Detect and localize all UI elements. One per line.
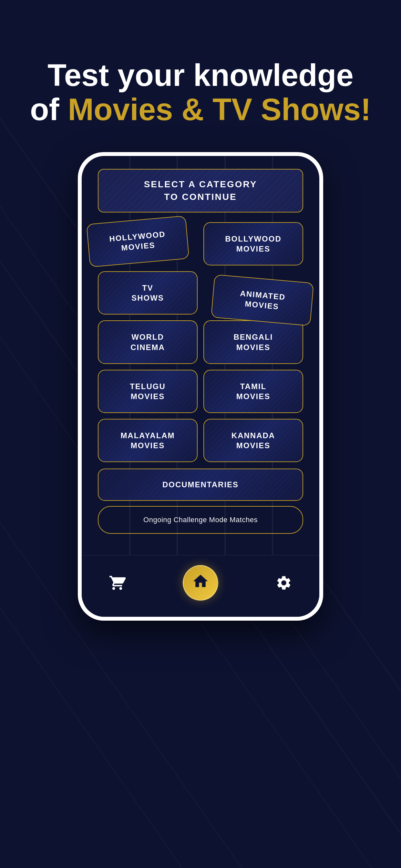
category-bengali-button[interactable]: BENGALIMOVIES	[204, 320, 303, 364]
bottom-navigation	[82, 555, 319, 617]
category-tamil-button[interactable]: TAMILMOVIES	[204, 370, 303, 413]
category-documentaries-label: DOCUMENTARIES	[105, 480, 296, 489]
category-tamil-label: TAMILMOVIES	[211, 381, 296, 401]
category-bollywood-button[interactable]: BOLLYWOODMOVIES	[204, 222, 303, 266]
phone-inner: SELECT A CATEGORY TO CONTINUE HOLLYWOODM…	[82, 156, 319, 617]
category-tv-shows-label: TVSHOWS	[105, 283, 190, 303]
home-icon	[192, 572, 209, 593]
select-header-wrap: SELECT A CATEGORY TO CONTINUE	[82, 156, 319, 219]
header-title: Test your knowledge of Movies & TV Shows…	[26, 58, 375, 126]
category-kannada-label: KANNADAMOVIES	[211, 430, 296, 451]
category-telugu-label: TELUGUMOVIES	[105, 381, 190, 401]
category-animated-label: ANIMATEDMOVIES	[219, 286, 306, 314]
category-hollywood-button[interactable]: HOLLYWOODMOVIES	[86, 215, 189, 268]
select-category-header: SELECT A CATEGORY TO CONTINUE	[98, 169, 303, 212]
header-line1: Test your knowledge	[48, 58, 353, 92]
header-section: Test your knowledge of Movies & TV Shows…	[0, 0, 401, 146]
category-telugu-button[interactable]: TELUGUMOVIES	[98, 370, 197, 413]
cart-nav-button[interactable]	[107, 573, 127, 593]
settings-nav-button[interactable]	[274, 573, 294, 593]
phone-container: SELECT A CATEGORY TO CONTINUE HOLLYWOODM…	[0, 152, 401, 621]
category-world-cinema-label: WORLDCINEMA	[105, 332, 190, 352]
ongoing-challenge-label: Ongoing Challenge Mode Matches	[105, 516, 296, 524]
header-line2-highlight: Movies & TV Shows!	[68, 92, 371, 127]
category-malayalam-label: MALAYALAMMOVIES	[105, 430, 190, 451]
category-tv-shows-button[interactable]: TVSHOWS	[98, 271, 197, 314]
category-bollywood-label: BOLLYWOODMOVIES	[211, 234, 296, 254]
home-nav-button[interactable]	[183, 565, 218, 600]
category-documentaries-button[interactable]: DOCUMENTARIES	[98, 469, 303, 501]
select-category-text: SELECT A CATEGORY TO CONTINUE	[105, 178, 296, 203]
phone-mockup: SELECT A CATEGORY TO CONTINUE HOLLYWOODM…	[78, 152, 323, 621]
category-bengali-label: BENGALIMOVIES	[211, 332, 296, 352]
header-line2-normal: of	[30, 92, 68, 127]
ongoing-challenge-button[interactable]: Ongoing Challenge Mode Matches	[98, 506, 303, 534]
category-animated-button[interactable]: ANIMATEDMOVIES	[211, 274, 314, 326]
category-hollywood-label: HOLLYWOODMOVIES	[94, 228, 181, 255]
category-malayalam-button[interactable]: MALAYALAMMOVIES	[98, 419, 197, 462]
category-world-cinema-button[interactable]: WORLDCINEMA	[98, 320, 197, 364]
category-grid: HOLLYWOODMOVIES BOLLYWOODMOVIES TVSHOWS …	[82, 219, 319, 469]
category-kannada-button[interactable]: KANNADAMOVIES	[204, 419, 303, 462]
